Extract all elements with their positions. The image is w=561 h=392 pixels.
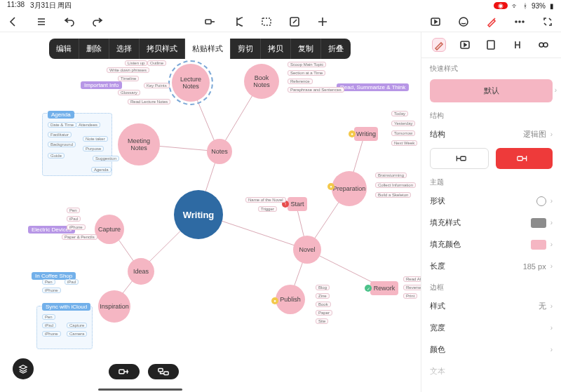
node-prep[interactable]: Preparation	[332, 171, 367, 206]
leaf[interactable]: Reverse	[403, 285, 421, 290]
leaf[interactable]: Agenda	[91, 167, 111, 173]
leaf[interactable]: Write down phrases	[107, 67, 149, 73]
leaf[interactable]: iPad	[42, 323, 56, 328]
mindmap-canvas[interactable]: Important Info Read, Summarize & Think E…	[0, 32, 421, 392]
leaf[interactable]: Build a Skeleton	[375, 192, 411, 198]
leaf[interactable]: iPad	[67, 216, 81, 222]
leaf[interactable]: Guide	[48, 153, 65, 158]
leaf[interactable]: iPhone	[67, 224, 86, 230]
layers-button[interactable]	[13, 358, 34, 379]
quickstyle-default[interactable]: 默认	[430, 79, 553, 102]
present-button[interactable]	[429, 15, 442, 28]
node-publish[interactable]: Publish	[276, 285, 305, 314]
screen-record-indicator[interactable]: ◉	[494, 2, 508, 9]
leaf[interactable]: Timeline	[118, 76, 139, 81]
node-capture[interactable]: Capture	[95, 215, 124, 244]
leaf[interactable]: Pen	[67, 208, 80, 213]
leaf[interactable]: Brainstorming	[375, 173, 407, 178]
node-notes[interactable]: Notes	[207, 139, 232, 164]
leaf[interactable]: Glossary	[118, 90, 140, 95]
format-button[interactable]	[485, 15, 498, 28]
leaf[interactable]: Trigger	[258, 206, 277, 212]
leaf[interactable]: iPhone	[42, 331, 61, 337]
node-start[interactable]: Start	[288, 197, 307, 211]
leaf[interactable]: Attendees	[76, 122, 100, 128]
leaf[interactable]: Pen	[42, 279, 55, 285]
leaf[interactable]: Date & Time	[48, 122, 76, 128]
row-border-width[interactable]: 宽度›	[421, 317, 561, 339]
leaf[interactable]: Blog	[316, 285, 330, 290]
leaf[interactable]: Yesterday	[391, 121, 415, 126]
leaf[interactable]: Collect Information	[375, 182, 416, 188]
row-border-color[interactable]: 颜色›	[421, 339, 561, 360]
tab-info[interactable]	[536, 38, 550, 52]
leaf[interactable]: Suggestion	[93, 156, 119, 161]
leaf[interactable]: Camera	[67, 331, 87, 337]
back-button[interactable]	[7, 15, 20, 28]
dir-left[interactable]	[430, 148, 489, 169]
leaf[interactable]: Scoop Main Topic	[288, 62, 326, 67]
more-button[interactable]	[513, 15, 526, 28]
leaf[interactable]: Reference	[288, 79, 313, 84]
leaf[interactable]: Zine	[316, 293, 330, 299]
leaf[interactable]: Book	[316, 302, 331, 307]
leaf[interactable]: Capture	[67, 323, 87, 328]
leaf[interactable]: Background	[48, 142, 76, 147]
leaf[interactable]: Paper	[316, 310, 332, 316]
tab-note[interactable]	[484, 38, 498, 52]
leaf[interactable]: Facilitator	[48, 132, 72, 137]
add-child-button[interactable]	[148, 364, 179, 379]
add-boundary-button[interactable]	[232, 15, 245, 28]
leaf[interactable]: Section at a Time	[288, 70, 325, 76]
leaf[interactable]: Note taker	[83, 136, 108, 142]
row-length[interactable]: 长度 185 px›	[421, 255, 561, 277]
fullscreen-button[interactable]	[541, 15, 554, 28]
node-lecture[interactable]: Lecture Notes	[172, 64, 210, 102]
leaf[interactable]: Purpose	[83, 146, 104, 151]
leaf[interactable]: Site	[316, 318, 328, 324]
leaf[interactable]: Tomorrow	[391, 130, 415, 136]
node-novel[interactable]: Novel	[293, 236, 321, 264]
node-writing2[interactable]: Writing	[354, 127, 378, 141]
tag-read[interactable]: Read, Summarize & Think	[337, 83, 409, 91]
node-inspiration[interactable]: Inspiration	[98, 290, 130, 323]
row-fillstyle[interactable]: 填充样式 ›	[421, 212, 561, 234]
tag-important[interactable]: Important Info	[81, 81, 122, 89]
leaf[interactable]: Pen	[42, 314, 55, 320]
undo-button[interactable]	[63, 15, 76, 28]
node-meeting[interactable]: Meeting Notes	[118, 123, 160, 165]
outline-button[interactable]	[35, 15, 48, 28]
leaf[interactable]: Paraphrase and Sentences	[288, 87, 344, 93]
node-book[interactable]: Book Notes	[244, 64, 279, 99]
redo-button[interactable]	[91, 15, 104, 28]
emoji-button[interactable]	[457, 15, 470, 28]
node-ideas[interactable]: Ideas	[128, 258, 154, 285]
leaf[interactable]: Next Week	[391, 140, 417, 146]
row-shape[interactable]: 形状 ›	[421, 190, 561, 212]
tab-media[interactable]	[458, 38, 472, 52]
tag-agenda[interactable]: Agenda	[48, 111, 74, 119]
dir-right[interactable]	[496, 148, 553, 169]
add-button[interactable]	[316, 15, 329, 28]
add-relationship-button[interactable]	[260, 15, 273, 28]
leaf[interactable]: Read Aloud	[403, 276, 421, 282]
leaf[interactable]: iPad	[65, 279, 79, 285]
edit-button[interactable]	[288, 15, 301, 28]
leaf[interactable]: Today	[391, 111, 408, 116]
row-border-style[interactable]: 样式 无›	[421, 295, 561, 317]
add-sibling-button[interactable]	[109, 364, 140, 379]
node-rework[interactable]: Rework	[370, 281, 398, 295]
row-fillcolor[interactable]: 填充颜色 ›	[421, 234, 561, 255]
leaf[interactable]: Key Points	[144, 83, 170, 88]
node-central[interactable]: Writing	[174, 190, 223, 239]
tag-sync[interactable]: Sync with iCloud	[42, 303, 90, 311]
leaf[interactable]: Paper & Pencils	[62, 234, 97, 240]
leaf[interactable]: Listen up	[125, 60, 147, 66]
leaf[interactable]: Print	[403, 293, 417, 299]
leaf[interactable]: Name of the Novel	[245, 197, 286, 203]
leaf[interactable]: Outline	[147, 60, 166, 66]
leaf[interactable]: Read Lecture Notes	[128, 99, 170, 104]
tab-style[interactable]	[432, 38, 446, 52]
add-subtopic-button[interactable]	[204, 15, 217, 28]
leaf[interactable]: iPhone	[42, 288, 61, 293]
